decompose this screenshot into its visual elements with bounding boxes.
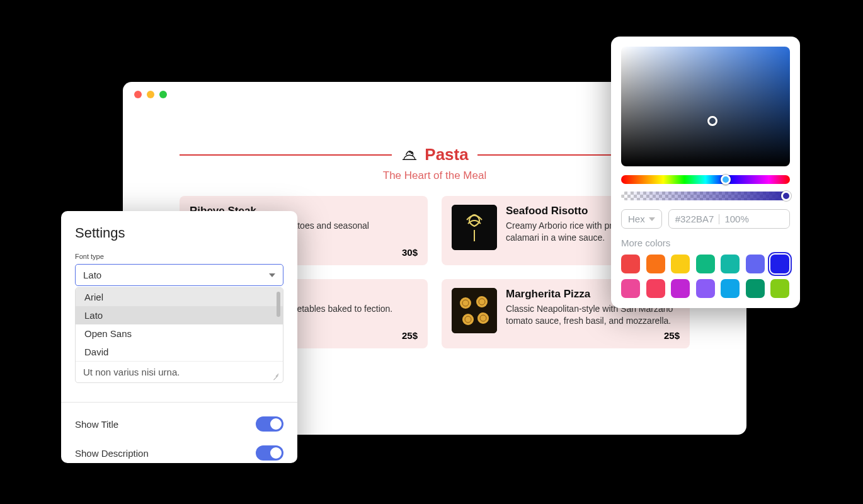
font-type-select[interactable]: Lato [75,264,283,286]
color-swatch[interactable] [721,279,740,298]
show-title-label: Show Title [75,419,118,430]
hex-input[interactable]: #322BA7 100% [668,209,790,229]
svg-point-5 [476,296,488,307]
section-title: Pasta [401,145,468,164]
hex-value: #322BA7 [675,214,714,224]
card-price: 25$ [664,330,680,341]
color-swatch[interactable] [696,279,715,298]
alpha-slider[interactable] [621,192,790,200]
separator [719,214,719,224]
alpha-thumb[interactable] [781,191,791,201]
settings-panel: Settings Font type Lato Ariel Lato Open … [61,211,297,463]
color-swatch[interactable] [770,279,789,298]
settings-title: Settings [75,225,283,241]
pasta-icon [401,147,418,163]
color-swatch[interactable] [621,279,640,298]
color-input-row: Hex #322BA7 100% [621,209,790,229]
color-swatch[interactable] [746,279,765,298]
show-title-row: Show Title [75,403,283,432]
font-option[interactable]: Lato [76,306,283,324]
color-format-value: Hex [628,214,645,224]
font-option[interactable]: David [76,343,283,361]
sample-textarea[interactable]: Ut non varius nisi urna. [76,361,283,382]
alpha-overlay [621,192,790,200]
font-option[interactable]: Ariel [76,288,283,306]
color-swatch[interactable] [721,255,740,273]
svg-point-4 [460,297,471,309]
section-title-text: Pasta [425,145,468,164]
svg-point-1 [409,151,411,152]
window-close-icon[interactable] [134,91,142,98]
color-swatch[interactable] [646,255,665,273]
opacity-value: 100% [724,214,748,224]
hue-thumb[interactable] [721,175,731,185]
window-zoom-icon[interactable] [159,91,167,98]
resize-handle-icon[interactable] [271,372,279,380]
svg-rect-3 [452,288,497,333]
color-format-select[interactable]: Hex [621,209,662,229]
show-description-label: Show Description [75,448,149,459]
svg-point-0 [411,152,413,153]
font-type-label: Font type [75,253,283,260]
font-type-value: Lato [83,270,101,280]
color-swatch[interactable] [621,255,640,273]
card-thumb [452,288,497,333]
chevron-down-icon [649,217,655,221]
color-swatch[interactable] [646,279,665,298]
card-price: 30$ [402,247,418,258]
color-swatch[interactable] [671,279,690,298]
color-swatch[interactable] [671,255,690,273]
color-swatch[interactable] [770,255,789,273]
font-type-dropdown: Ariel Lato Open Sans David Ut non varius… [75,287,283,383]
color-swatches [621,255,790,298]
show-description-toggle[interactable] [256,445,283,461]
window-minimize-icon[interactable] [147,91,154,98]
color-swatch[interactable] [696,255,715,273]
show-description-row: Show Description [75,432,283,461]
font-option[interactable]: Open Sans [76,324,283,343]
color-swatch[interactable] [746,255,765,273]
saturation-brightness-area[interactable] [621,47,790,166]
svg-point-6 [462,314,474,325]
chevron-down-icon [269,273,275,277]
color-picker-panel: Hex #322BA7 100% More colors [611,37,800,308]
card-price: 25$ [402,330,418,341]
scrollbar[interactable] [277,292,280,317]
svg-rect-2 [452,205,497,250]
color-cursor[interactable] [707,116,717,126]
more-colors-label: More colors [621,238,790,248]
show-title-toggle[interactable] [256,416,283,432]
svg-point-7 [477,312,489,324]
card-thumb [452,205,497,250]
hue-slider[interactable] [621,175,790,184]
divider-left [180,154,392,156]
textarea-value: Ut non varius nisi urna. [83,367,180,377]
